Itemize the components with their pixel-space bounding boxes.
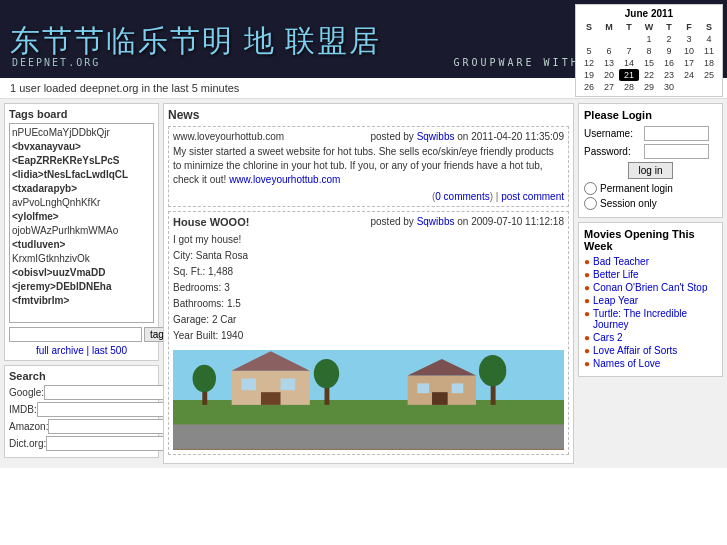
cal-day — [699, 81, 719, 93]
permanent-login-radio[interactable] — [584, 182, 597, 195]
movie-link[interactable]: Leap Year — [593, 295, 638, 306]
tags-input[interactable] — [9, 327, 142, 342]
tag-item[interactable]: ojobWAzPurlhkmWMAo — [12, 224, 151, 238]
cal-day[interactable]: 28 — [619, 81, 639, 93]
cal-day[interactable]: 27 — [599, 81, 619, 93]
tag-item[interactable]: <EapZRReKReYsLPcS — [12, 154, 151, 168]
search-input-0[interactable] — [44, 385, 175, 400]
movie-bullet-icon: ● — [584, 295, 590, 306]
session-login-label[interactable]: Session only — [584, 197, 717, 210]
permanent-login-text: Permanent login — [600, 183, 673, 194]
cal-day[interactable]: 23 — [659, 69, 679, 81]
movie-bullet-icon: ● — [584, 256, 590, 267]
cal-day[interactable]: 4 — [699, 33, 719, 45]
movie-link[interactable]: Bad Teacher — [593, 256, 649, 267]
news-item-1-comments[interactable]: 0 comments — [435, 191, 489, 202]
cal-day[interactable]: 2 — [659, 33, 679, 45]
tag-item[interactable]: <tudluven> — [12, 238, 151, 252]
cal-day[interactable]: 30 — [659, 81, 679, 93]
password-row: Password: — [584, 144, 717, 159]
password-input[interactable] — [644, 144, 709, 159]
tag-item[interactable]: <ylolfme> — [12, 210, 151, 224]
tags-links: full archive | last 500 — [9, 345, 154, 356]
cal-day[interactable]: 10 — [679, 45, 699, 57]
search-input-2[interactable] — [48, 419, 179, 434]
username-input[interactable] — [644, 126, 709, 141]
cal-day[interactable]: 15 — [639, 57, 659, 69]
cal-day[interactable]: 18 — [699, 57, 719, 69]
tag-item[interactable]: <jeremy>DEblDNEha — [12, 280, 151, 294]
svg-point-11 — [314, 359, 339, 388]
cal-day[interactable]: 14 — [619, 57, 639, 69]
cal-day[interactable]: 13 — [599, 57, 619, 69]
cal-day[interactable]: 25 — [699, 69, 719, 81]
cal-day[interactable]: 12 — [579, 57, 599, 69]
tag-item[interactable]: <lidia>tNesLfacLwdlqCL — [12, 168, 151, 182]
cal-day[interactable]: 6 — [599, 45, 619, 57]
tag-item[interactable]: <obisvl>uuzVmaDD — [12, 266, 151, 280]
tag-item[interactable]: <txadarapyb> — [12, 182, 151, 196]
tags-list[interactable]: nPUEcoMaYjDDbkQjr<bvxanayvau><EapZRReKRe… — [9, 123, 154, 323]
cal-header-m: M — [599, 21, 619, 33]
tag-item[interactable]: nPUEcoMaYjDDbkQjr — [12, 126, 151, 140]
cal-day[interactable]: 3 — [679, 33, 699, 45]
username-label: Username: — [584, 128, 644, 139]
house-image — [173, 350, 564, 450]
cal-day[interactable]: 1 — [639, 33, 659, 45]
movie-link[interactable]: Names of Love — [593, 358, 660, 369]
permanent-login-label[interactable]: Permanent login — [584, 182, 717, 195]
movie-bullet-icon: ● — [584, 308, 590, 319]
right-column: Please Login Username: Password: log in … — [578, 103, 723, 464]
cal-day[interactable]: 19 — [579, 69, 599, 81]
news-item-1: www.loveyourhottub.com posted by Sqwibbs… — [168, 126, 569, 207]
cal-day[interactable]: 8 — [639, 45, 659, 57]
cal-day — [579, 33, 599, 45]
movie-link[interactable]: Cars 2 — [593, 332, 622, 343]
cal-day[interactable]: 16 — [659, 57, 679, 69]
tags-full-archive[interactable]: full archive — [36, 345, 84, 356]
tag-item[interactable]: KrxmIGtknhzivOk — [12, 252, 151, 266]
cal-day[interactable]: 9 — [659, 45, 679, 57]
subheader-text: 1 user loaded deepnet.org in the last 5 … — [10, 82, 239, 94]
movie-link[interactable]: Conan O'Brien Can't Stop — [593, 282, 707, 293]
news-item-2-author[interactable]: Sqwibbs — [417, 216, 455, 227]
cal-day[interactable]: 26 — [579, 81, 599, 93]
cal-day[interactable]: 11 — [699, 45, 719, 57]
house-detail: Garage: 2 Car — [173, 312, 564, 328]
house-detail: City: Santa Rosa — [173, 248, 564, 264]
search-row-1: IMDB:Go — [9, 402, 154, 417]
cal-day[interactable]: 24 — [679, 69, 699, 81]
cal-day[interactable]: 20 — [599, 69, 619, 81]
tag-item[interactable]: <fmtvibrIm> — [12, 294, 151, 308]
search-input-3[interactable] — [46, 436, 177, 451]
news-item-2-header: House WOOO! posted by Sqwibbs on 2009-07… — [173, 216, 564, 228]
username-row: Username: — [584, 126, 717, 141]
cal-day[interactable]: 7 — [619, 45, 639, 57]
news-item-2-meta: posted by Sqwibbs on 2009-07-10 11:12:18 — [370, 216, 564, 228]
tag-item[interactable]: avPvoLnghQnhKfKr — [12, 196, 151, 210]
svg-rect-16 — [432, 392, 448, 405]
movies-title: Movies Opening This Week — [584, 228, 717, 252]
search-input-1[interactable] — [37, 402, 168, 417]
cal-day[interactable]: 22 — [639, 69, 659, 81]
login-button[interactable]: log in — [628, 162, 674, 179]
cal-day[interactable]: 29 — [639, 81, 659, 93]
movie-item: ●Conan O'Brien Can't Stop — [584, 282, 717, 293]
movie-item: ●Leap Year — [584, 295, 717, 306]
tags-last-500[interactable]: last 500 — [92, 345, 127, 356]
cal-day[interactable]: 17 — [679, 57, 699, 69]
cal-day[interactable]: 21 — [619, 69, 639, 81]
movie-link[interactable]: Turtle: The Incredible Journey — [593, 308, 717, 330]
session-login-radio[interactable] — [584, 197, 597, 210]
tag-item[interactable]: <bvxanayvau> — [12, 140, 151, 154]
cal-day — [679, 81, 699, 93]
svg-point-9 — [193, 365, 216, 392]
movie-link[interactable]: Love Affair of Sorts — [593, 345, 677, 356]
news-item-1-post-comment[interactable]: post comment — [501, 191, 564, 202]
cal-day[interactable]: 5 — [579, 45, 599, 57]
news-item-1-author[interactable]: Sqwibbs — [417, 131, 455, 142]
news-item-2: House WOOO! posted by Sqwibbs on 2009-07… — [168, 211, 569, 455]
news-item-1-link[interactable]: www.loveyourhottub.com — [229, 174, 340, 185]
svg-rect-14 — [417, 383, 429, 393]
movie-link[interactable]: Better Life — [593, 269, 639, 280]
